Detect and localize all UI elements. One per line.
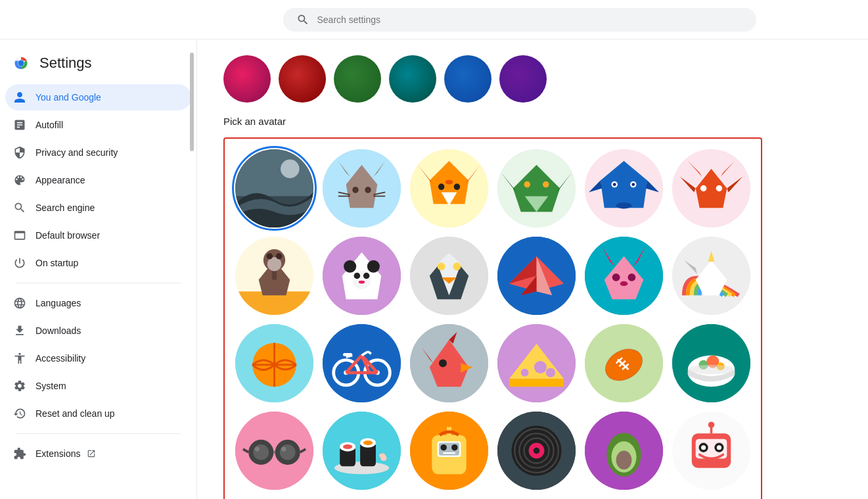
svg-point-155 xyxy=(440,444,447,451)
avatar-item-23[interactable] xyxy=(672,412,750,490)
svg-rect-157 xyxy=(443,452,455,454)
sidebar-item-system-label: System xyxy=(35,381,66,391)
avatar-item-1[interactable] xyxy=(323,149,401,227)
svg-point-156 xyxy=(451,444,458,451)
sidebar-item-extensions[interactable]: Extensions xyxy=(5,440,191,467)
avatar-item-5[interactable] xyxy=(672,149,750,227)
svg-point-141 xyxy=(255,447,260,452)
pick-avatar-section: Pick an avatar xyxy=(223,116,762,499)
svg-point-82 xyxy=(612,273,620,281)
avatar-item-14[interactable] xyxy=(410,324,488,402)
avatar-item-17[interactable] xyxy=(672,324,750,402)
avatar-item-7[interactable] xyxy=(323,237,401,315)
svg-point-41 xyxy=(613,183,616,186)
sidebar-item-on-startup[interactable]: On startup xyxy=(5,250,191,276)
sidebar-item-autofill[interactable]: Autofill xyxy=(5,112,191,138)
svg-rect-136 xyxy=(273,451,275,454)
avatar-item-15[interactable] xyxy=(497,324,576,402)
search-bar-icon xyxy=(296,13,309,26)
person-icon xyxy=(13,91,26,104)
avatar-item-13[interactable] xyxy=(323,324,401,402)
sidebar-item-you-and-google[interactable]: You and Google xyxy=(5,84,191,110)
svg-rect-106 xyxy=(343,353,352,356)
svg-point-49 xyxy=(700,185,707,192)
globe-icon xyxy=(13,297,26,310)
sidebar-item-downloads[interactable]: Downloads xyxy=(5,318,191,344)
svg-point-24 xyxy=(438,183,445,190)
sidebar-item-privacy-label: Privacy and security xyxy=(35,147,118,158)
puzzle-icon xyxy=(13,447,26,460)
palette-icon xyxy=(13,174,26,187)
external-link-icon xyxy=(87,449,96,458)
color-swatch-4[interactable] xyxy=(444,55,491,103)
avatar-item-3[interactable] xyxy=(497,149,576,227)
color-swatch-1[interactable] xyxy=(279,55,326,103)
avatar-item-6[interactable] xyxy=(235,237,313,315)
download-icon xyxy=(13,324,26,337)
avatar-item-10[interactable] xyxy=(585,237,663,315)
sidebar-item-system[interactable]: System xyxy=(5,373,191,399)
sidebar-item-privacy-security[interactable]: Privacy and security xyxy=(5,139,191,166)
color-swatch-2[interactable] xyxy=(334,55,381,103)
svg-point-32 xyxy=(524,181,530,188)
avatar-item-22[interactable] xyxy=(585,412,663,490)
avatar-item-20[interactable] xyxy=(410,412,488,490)
svg-point-132 xyxy=(688,365,735,374)
avatar-item-19[interactable] xyxy=(323,412,401,490)
svg-point-139 xyxy=(253,444,269,460)
avatar-item-0[interactable] xyxy=(235,149,313,227)
color-swatch-3[interactable] xyxy=(389,55,436,103)
svg-point-64 xyxy=(354,273,361,279)
svg-point-147 xyxy=(343,444,352,449)
avatar-item-16[interactable] xyxy=(585,324,663,402)
svg-point-116 xyxy=(534,361,547,373)
svg-point-42 xyxy=(631,183,635,186)
sidebar-scrollbar[interactable] xyxy=(190,53,194,151)
svg-point-170 xyxy=(616,451,632,470)
svg-point-33 xyxy=(543,181,549,188)
sidebar-item-reset-clean[interactable]: Reset and clean up xyxy=(5,400,191,427)
avatar-item-11[interactable] xyxy=(672,237,750,315)
search-input[interactable] xyxy=(317,14,743,25)
reset-icon xyxy=(13,407,26,420)
system-icon xyxy=(13,379,26,392)
avatar-item-18[interactable] xyxy=(235,412,313,490)
sidebar-item-extensions-label: Extensions xyxy=(35,448,80,459)
sidebar-nav: You and Google Autofill Privacy and secu… xyxy=(0,84,196,467)
sidebar-item-default-browser[interactable]: Default browser xyxy=(5,222,191,249)
svg-point-70 xyxy=(438,262,445,270)
sidebar-header: Settings xyxy=(0,46,196,84)
sidebar-item-languages[interactable]: Languages xyxy=(5,290,191,316)
svg-marker-115 xyxy=(509,379,564,387)
sidebar-item-search-engine[interactable]: Search engine xyxy=(5,195,191,221)
main-content: Pick an avatar xyxy=(197,39,868,499)
color-swatch-0[interactable] xyxy=(223,55,271,103)
sidebar-item-reset-clean-label: Reset and clean up xyxy=(35,408,115,419)
avatar-item-2[interactable] xyxy=(410,149,488,227)
sidebar-item-accessibility[interactable]: Accessibility xyxy=(5,345,191,371)
svg-point-61 xyxy=(344,260,356,273)
sidebar-item-search-engine-label: Search engine xyxy=(35,202,95,213)
svg-point-176 xyxy=(701,445,706,450)
sidebar-item-default-browser-label: Default browser xyxy=(35,230,100,241)
sidebar-item-you-and-google-label: You and Google xyxy=(35,92,101,103)
svg-point-166 xyxy=(534,448,540,454)
avatar-item-9[interactable] xyxy=(497,237,576,315)
svg-point-65 xyxy=(363,273,370,279)
color-swatch-5[interactable] xyxy=(499,55,547,103)
autofill-icon xyxy=(13,118,26,131)
svg-point-118 xyxy=(546,368,555,377)
sidebar-item-downloads-label: Downloads xyxy=(35,325,81,336)
pick-avatar-title: Pick an avatar xyxy=(223,116,762,127)
svg-point-150 xyxy=(363,440,373,445)
svg-point-50 xyxy=(716,185,723,192)
sidebar-item-autofill-label: Autofill xyxy=(35,120,63,130)
avatar-item-4[interactable] xyxy=(585,149,663,227)
avatar-item-21[interactable] xyxy=(497,412,576,490)
avatar-item-8[interactable] xyxy=(410,237,488,315)
sidebar-item-appearance-label: Appearance xyxy=(35,175,85,185)
sidebar-divider-1 xyxy=(16,283,181,283)
color-swatches-row xyxy=(223,50,762,103)
sidebar-item-appearance[interactable]: Appearance xyxy=(5,167,191,193)
avatar-item-12[interactable] xyxy=(235,324,313,402)
